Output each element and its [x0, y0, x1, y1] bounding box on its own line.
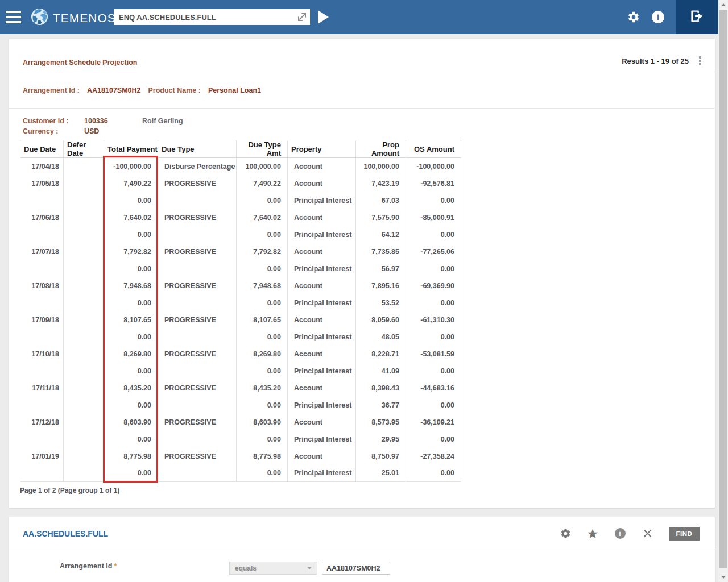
column-header: Property [288, 140, 356, 158]
favorite-star-icon[interactable]: ★ [587, 528, 598, 539]
table-cell: 0.00 [406, 363, 461, 380]
table-cell: PROGRESSIVE [158, 380, 237, 397]
scrollbar-thumb[interactable] [719, 10, 727, 568]
brand-name: TEMENOS [53, 11, 116, 25]
table-cell: 0.00 [406, 329, 461, 346]
column-header: Total Payment [104, 140, 158, 158]
table-cell: 0.00 [406, 465, 461, 482]
close-icon[interactable] [642, 528, 653, 539]
table-cell [64, 311, 104, 329]
chevron-down-icon [307, 567, 312, 569]
table-cell [20, 192, 64, 209]
product-name-label: Product Name : [148, 86, 201, 94]
table-cell [64, 329, 104, 346]
table-cell [64, 294, 104, 311]
table-cell: PROGRESSIVE [158, 311, 237, 329]
table-cell [20, 397, 64, 414]
arrangement-id-label: Arrangement Id : [23, 86, 80, 94]
logout-button[interactable] [676, 0, 718, 34]
table-cell: Principal Interest [288, 431, 356, 448]
table-cell: 64.12 [356, 226, 406, 243]
table-cell: PROGRESSIVE [158, 209, 237, 226]
column-header: Due Type [158, 140, 237, 158]
table-cell: Account [288, 448, 356, 465]
hamburger-menu-icon[interactable] [6, 11, 21, 23]
table-cell: Principal Interest [288, 294, 356, 311]
logout-icon [689, 9, 705, 26]
table-cell: Account [288, 277, 356, 294]
table-cell [64, 380, 104, 397]
table-cell [20, 465, 64, 482]
vertical-scrollbar[interactable] [718, 0, 728, 582]
table-cell: Account [288, 414, 356, 431]
info-icon[interactable]: i [652, 11, 664, 23]
table-cell: Account [288, 209, 356, 226]
scroll-down-arrow[interactable] [718, 572, 728, 582]
table-row: 17/11/188,435.20PROGRESSIVE8,435.20Accou… [20, 380, 461, 397]
table-row: 17/01/198,775.98PROGRESSIVE8,775.98Accou… [20, 448, 461, 465]
table-row: 0.000.00Principal Interest41.090.00 [20, 363, 461, 380]
table-cell: 8,435.20 [104, 380, 158, 397]
table-header-row: Due DateDefer DateTotal PaymentDue TypeD… [20, 140, 461, 158]
find-button[interactable]: FIND [669, 527, 700, 541]
arrangement-id-input[interactable] [322, 562, 390, 575]
column-header: Defer Date [64, 140, 104, 158]
go-arrow-icon[interactable] [297, 12, 307, 22]
operator-select[interactable]: equals [229, 562, 317, 575]
table-cell: 17/12/18 [20, 414, 64, 431]
table-cell [64, 363, 104, 380]
command-line-box [114, 9, 310, 25]
query-info-icon[interactable]: i [614, 528, 626, 539]
table-cell: Account [288, 243, 356, 260]
table-row: 17/04/18-100,000.00Disburse Percentage10… [20, 158, 461, 175]
table-cell: PROGRESSIVE [158, 243, 237, 260]
table-cell: 56.97 [356, 260, 406, 277]
table-cell: -100,000.00 [406, 158, 461, 175]
table-cell [64, 414, 104, 431]
table-cell: 8,107.65 [104, 311, 158, 329]
table-cell: -44,683.16 [406, 380, 461, 397]
table-cell: 0.00 [104, 329, 158, 346]
currency-label: Currency : [23, 127, 84, 135]
top-bar: TEMENOS i [0, 0, 728, 34]
table-cell: 0.00 [237, 363, 288, 380]
table-cell [64, 243, 104, 260]
table-row: 0.000.00Principal Interest53.520.00 [20, 294, 461, 311]
run-command-icon[interactable] [317, 10, 329, 24]
table-cell [20, 226, 64, 243]
table-cell: PROGRESSIVE [158, 448, 237, 465]
table-cell: 100,000.00 [237, 158, 288, 175]
pagination-text: Page 1 of 2 (Page group 1 of 1) [20, 487, 715, 494]
table-cell: 8,603.90 [104, 414, 158, 431]
table-cell [64, 277, 104, 294]
schedule-table: Due DateDefer DateTotal PaymentDue TypeD… [20, 140, 461, 482]
table-cell: 7,948.68 [104, 277, 158, 294]
table-cell: 0.00 [237, 226, 288, 243]
table-cell [158, 226, 237, 243]
table-cell: 36.77 [356, 397, 406, 414]
more-options-icon[interactable] [698, 55, 702, 66]
table-cell [64, 158, 104, 175]
column-header: Due Date [20, 140, 64, 158]
panel-header: Arrangement Schedule Projection Results … [9, 39, 715, 72]
table-cell: 8,228.71 [356, 346, 406, 363]
table-cell: 0.00 [237, 397, 288, 414]
table-row: 0.000.00Principal Interest48.050.00 [20, 329, 461, 346]
query-settings-gear-icon[interactable] [560, 528, 571, 539]
table-cell: 7,640.02 [104, 209, 158, 226]
command-input[interactable] [114, 9, 310, 25]
table-cell: 17/11/18 [20, 380, 64, 397]
settings-gear-icon[interactable] [627, 11, 640, 23]
results-count: Results 1 - 19 of 25 [622, 57, 689, 65]
table-cell: Account [288, 175, 356, 192]
table-cell: Principal Interest [288, 397, 356, 414]
table-cell [64, 192, 104, 209]
scroll-up-arrow[interactable] [718, 0, 728, 10]
table-cell: 0.00 [406, 260, 461, 277]
customer-id-value: 100336 [84, 117, 142, 125]
query-form: Arrangement Id* equals [9, 550, 715, 582]
table-cell [158, 397, 237, 414]
table-cell [20, 329, 64, 346]
table-row: 17/07/187,792.82PROGRESSIVE7,792.82Accou… [20, 243, 461, 260]
table-cell: 0.00 [104, 226, 158, 243]
